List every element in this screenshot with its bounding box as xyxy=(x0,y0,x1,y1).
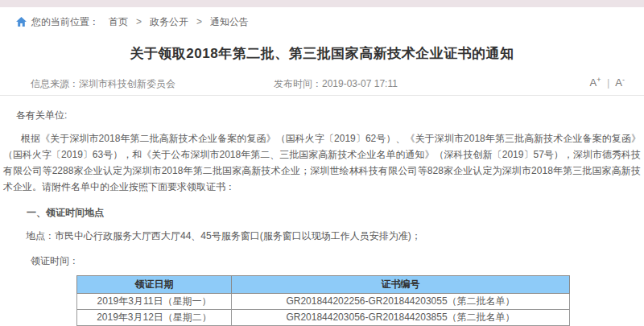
top-band xyxy=(0,0,644,7)
publish-time: 发布时间：2019-03-07 17:11 xyxy=(274,77,398,91)
font-decrease-button[interactable]: A- xyxy=(615,76,625,89)
font-size-controls: A+ | A- xyxy=(589,76,625,89)
table-header-row: 领证日期 证书编号 xyxy=(77,276,570,294)
salutation: 各有关单位: xyxy=(16,109,644,122)
breadcrumb-link-gov-affairs[interactable]: 政务公开 xyxy=(150,15,188,29)
article-meta-bar: 信息来源：深圳市科技创新委员会 发布时间：2019-03-07 17:11 A+… xyxy=(0,72,644,95)
breadcrumb-link-home[interactable]: 首页 xyxy=(109,15,128,29)
page-title: 关于领取2018年第二批、第三批国家高新技术企业证书的通知 xyxy=(0,44,644,63)
section-1-title: 一、领证时间地点 xyxy=(27,206,644,220)
font-increase-button[interactable]: A+ xyxy=(589,76,601,89)
cert-date-cell: 2019年3月11日（星期一） xyxy=(77,294,232,310)
publish-time-label: 发布时间： xyxy=(274,78,322,89)
publish-time-value: 2019-03-07 17:11 xyxy=(322,78,398,89)
cert-date-cell: 2019年3月12日（星期二） xyxy=(77,310,232,326)
header-cert-number: 证书编号 xyxy=(232,276,570,294)
home-icon[interactable] xyxy=(16,17,27,27)
pickup-time-label: 领证时间： xyxy=(31,254,644,268)
header-cert-date: 领证日期 xyxy=(77,276,232,294)
breadcrumb-label: 您的当前位置： xyxy=(31,15,99,29)
info-source-value: 深圳市科技创新委员会 xyxy=(79,78,175,89)
meta-divider xyxy=(0,95,644,96)
breadcrumb-separator: > xyxy=(136,16,142,27)
breadcrumb: 您的当前位置： 首页 > 政务公开 > 通知公告 xyxy=(0,7,644,36)
info-source-label: 信息来源： xyxy=(31,78,79,89)
certificate-schedule-table: 领证日期 证书编号 2019年3月11日（星期一）GR201844202256-… xyxy=(76,275,570,326)
notice-body: 各有关单位: 根据《关于深圳市2018年第二批高新技术企业备案的复函》（国科火字… xyxy=(0,109,644,326)
notice-paragraph: 根据《关于深圳市2018年第二批高新技术企业备案的复函》（国科火字〔2019〕6… xyxy=(3,130,641,195)
cert-table-body: 2019年3月11日（星期一）GR201844202256-GR20184420… xyxy=(77,294,570,326)
cert-number-cell: GR201844203056-GR201844203855（第二批名单） xyxy=(232,310,570,326)
table-row: 2019年3月11日（星期一）GR201844202256-GR20184420… xyxy=(77,294,570,310)
table-row: 2019年3月12日（星期二）GR201844203056-GR20184420… xyxy=(77,310,570,326)
pickup-location: 地点：市民中心行政服务大厅西大厅44、45号服务窗口(服务窗口以现场工作人员安排… xyxy=(26,229,644,243)
cert-number-cell: GR201844202256-GR201844203055（第二批名单） xyxy=(232,294,570,310)
breadcrumb-separator: > xyxy=(196,16,202,27)
font-controls-separator: | xyxy=(607,76,609,89)
info-source: 信息来源：深圳市科技创新委员会 xyxy=(31,77,175,91)
breadcrumb-link-notices[interactable]: 通知公告 xyxy=(210,15,249,29)
